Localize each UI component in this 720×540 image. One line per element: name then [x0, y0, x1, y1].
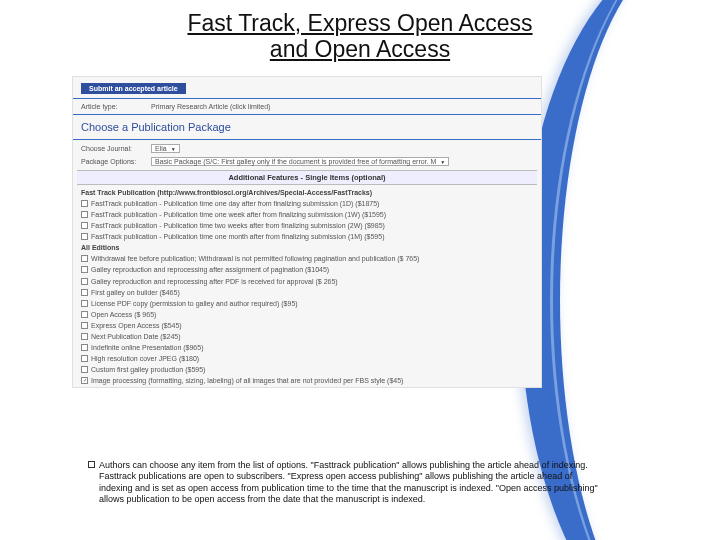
checkbox[interactable]	[81, 233, 88, 240]
option-label: Galley reproduction and reprocessing aft…	[91, 265, 329, 274]
fast-track-option: FastTrack publication - Publication time…	[73, 198, 541, 209]
checkbox[interactable]	[81, 211, 88, 218]
checkbox[interactable]	[81, 311, 88, 318]
additional-features-header: Additional Features - Single Items (opti…	[77, 170, 537, 185]
checkbox[interactable]	[81, 355, 88, 362]
choose-journal-row: Choose Journal: Elia	[73, 142, 541, 155]
checkbox[interactable]	[81, 300, 88, 307]
edition-option: Galley reproduction and reprocessing aft…	[73, 276, 541, 287]
edition-option: ✓Image processing (formatting, sizing, l…	[73, 375, 541, 386]
option-label: Custom first galley production ($595)	[91, 365, 205, 374]
edition-option: Custom first galley production ($595)	[73, 364, 541, 375]
all-editions-section-header: All Editions	[73, 242, 541, 253]
decorative-swoosh-inner	[550, 0, 720, 540]
option-label: FastTrack publication - Publication time…	[91, 199, 379, 208]
article-type-label: Article type:	[81, 103, 145, 110]
option-label: FastTrack publication - Publication time…	[91, 232, 384, 241]
fast-track-section-header: Fast Track Publication (http://www.front…	[73, 187, 541, 198]
edition-option: Next Publication Date ($245)	[73, 331, 541, 342]
fast-track-option: FastTrack publication - Publication time…	[73, 209, 541, 220]
edition-option: Indefinite online Presentation ($965)	[73, 342, 541, 353]
option-label: Galley reproduction and reprocessing aft…	[91, 277, 338, 286]
package-options-row: Package Options: Basic Package (S/C: Fir…	[73, 155, 541, 168]
checkbox[interactable]	[81, 255, 88, 262]
publication-package-panel: Submit an accepted article Article type:…	[72, 76, 542, 388]
edition-option: Express Open Access ($545)	[73, 320, 541, 331]
edition-option: High resolution cover JPEG ($180)	[73, 353, 541, 364]
edition-option: Open Access ($ 965)	[73, 309, 541, 320]
checkbox[interactable]	[81, 322, 88, 329]
option-label: Indefinite online Presentation ($965)	[91, 343, 203, 352]
option-label: License PDF copy (permission to galley a…	[91, 299, 298, 308]
checkbox[interactable]	[81, 344, 88, 351]
footnote: Authors can choose any item from the lis…	[88, 460, 608, 505]
decorative-swoosh	[520, 0, 720, 540]
submit-accepted-article-button[interactable]: Submit an accepted article	[81, 83, 186, 94]
title-line-1: Fast Track, Express Open Access	[187, 10, 532, 36]
footnote-text: Authors can choose any item from the lis…	[99, 460, 608, 505]
option-label: Next Publication Date ($245)	[91, 332, 181, 341]
fast-track-option: FastTrack publication - Publication time…	[73, 231, 541, 242]
fast-track-option: FastTrack publication - Publication time…	[73, 220, 541, 231]
option-label: Express Open Access ($545)	[91, 321, 182, 330]
option-label: FastTrack publication - Publication time…	[91, 210, 386, 219]
checkbox[interactable]	[81, 366, 88, 373]
edition-option: Withdrawal fee before publication; Withd…	[73, 253, 541, 264]
option-label: Open Access ($ 965)	[91, 310, 156, 319]
checkbox[interactable]	[81, 222, 88, 229]
edition-option: License PDF copy (permission to galley a…	[73, 298, 541, 309]
package-options-select[interactable]: Basic Package (S/C: First galley only if…	[151, 157, 449, 166]
divider	[73, 114, 541, 115]
divider	[73, 98, 541, 99]
package-options-label: Package Options:	[81, 158, 145, 165]
edition-options: Withdrawal fee before publication; Withd…	[73, 253, 541, 386]
choose-journal-label: Choose Journal:	[81, 145, 145, 152]
choose-package-heading: Choose a Publication Package	[73, 117, 541, 137]
option-label: High resolution cover JPEG ($180)	[91, 354, 199, 363]
option-label: FastTrack publication - Publication time…	[91, 221, 385, 230]
bullet-icon	[88, 461, 95, 468]
edition-option: First galley on builder ($465)	[73, 287, 541, 298]
fast-track-options: FastTrack publication - Publication time…	[73, 198, 541, 242]
divider	[73, 139, 541, 140]
option-label: Withdrawal fee before publication; Withd…	[91, 254, 419, 263]
checkbox[interactable]	[81, 200, 88, 207]
checkbox[interactable]	[81, 266, 88, 273]
page-title: Fast Track, Express Open Access and Open…	[0, 0, 720, 63]
checkbox[interactable]	[81, 278, 88, 285]
option-label: Image processing (formatting, sizing, la…	[91, 376, 403, 385]
option-label: First galley on builder ($465)	[91, 288, 180, 297]
choose-journal-select[interactable]: Elia	[151, 144, 180, 153]
title-line-2: and Open Access	[270, 36, 450, 62]
article-type-value: Primary Research Article (click limited)	[151, 103, 270, 110]
article-type-row: Article type: Primary Research Article (…	[73, 101, 541, 112]
edition-option: Galley reproduction and reprocessing aft…	[73, 264, 541, 275]
checkbox[interactable]: ✓	[81, 377, 88, 384]
checkbox[interactable]	[81, 289, 88, 296]
checkbox[interactable]	[81, 333, 88, 340]
